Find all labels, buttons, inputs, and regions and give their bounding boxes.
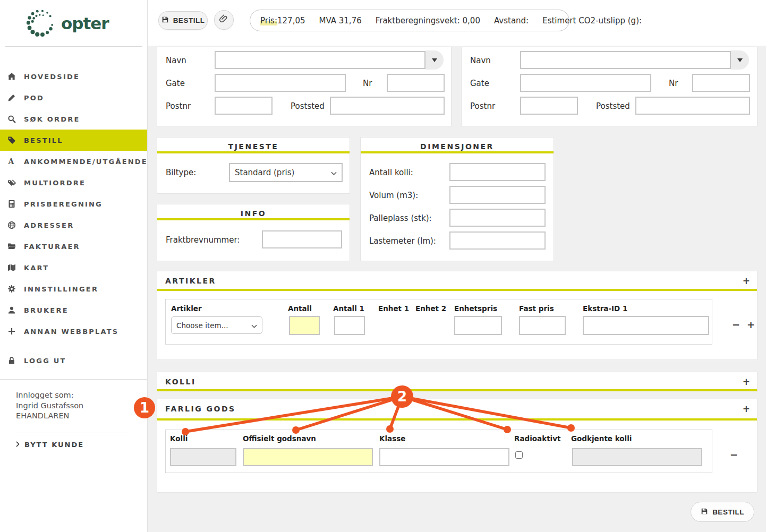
- sidebar-item-label: PRISBEREGNING: [24, 200, 103, 208]
- artikler-row-remove-button[interactable]: −: [732, 320, 740, 330]
- farlig-gods-section: FARLIG GODS + Kolli Offisielt godsnavn K…: [157, 399, 758, 493]
- farlig-gods-add-button[interactable]: +: [743, 404, 750, 414]
- sidebar-item-logg-ut[interactable]: LOGG UT: [0, 350, 147, 371]
- postnr-label: Postnr: [470, 101, 495, 111]
- fg-offisielt-godsnavn-input[interactable]: [243, 448, 373, 466]
- col-godkjente-kolli: Godkjente kolli: [571, 434, 632, 443]
- col-offisielt-godsnavn: Offisielt godsnavn: [243, 434, 316, 443]
- fraktbrevnummer-input[interactable]: [262, 230, 342, 248]
- poststed-label: Poststed: [596, 101, 630, 111]
- antall-kolli-input[interactable]: [449, 163, 546, 181]
- palleplass-input[interactable]: [449, 209, 546, 227]
- col-antall: Antall: [288, 304, 312, 313]
- info-card: INFO Fraktbrevnummer:: [157, 204, 350, 261]
- artikler-item-selected-value: Choose item...: [176, 321, 228, 330]
- sidebar-item-label: INNSTILLINGER: [24, 285, 98, 293]
- search-icon: [7, 114, 16, 124]
- kolli-section: KOLLI +: [157, 372, 758, 391]
- logged-in-user-name: Ingrid Gustafsson: [16, 401, 134, 411]
- summary-co2: Estimert CO2-utslipp (g):: [542, 16, 642, 25]
- from-gate-input[interactable]: [215, 74, 346, 92]
- col-radioaktivt: Radioaktivt: [514, 434, 561, 443]
- artikler-item-select[interactable]: Choose item...: [171, 316, 262, 334]
- farlig-gods-rule: [157, 418, 757, 421]
- gate-label: Gate: [166, 79, 185, 88]
- to-navn-input[interactable]: [520, 51, 731, 69]
- bestill-save-button-bottom[interactable]: BESTILL: [691, 502, 754, 522]
- sidebar-item-kart[interactable]: KART: [0, 257, 147, 278]
- sidebar-item-hovedside[interactable]: HOVEDSIDE: [0, 66, 147, 87]
- farlig-gods-row-remove-button[interactable]: −: [730, 450, 738, 460]
- sidebar-item-label: SØK ORDRE: [24, 115, 80, 123]
- palleplass-label: Palleplass (stk):: [369, 213, 432, 223]
- sidebar-item-bestill[interactable]: BESTILL: [0, 130, 147, 151]
- sidebar-item-ankommende-utgaende[interactable]: A ANKOMMENDE/UTGÅENDE: [0, 151, 147, 172]
- artikler-title: ARTIKLER: [165, 277, 216, 285]
- poststed-label: Poststed: [291, 101, 325, 111]
- from-navn-dropdown-button[interactable]: [425, 50, 444, 70]
- tjeneste-title: TJENESTE: [157, 138, 350, 153]
- dimensjoner-title: DIMENSJONER: [361, 138, 554, 153]
- artikler-row-add-button[interactable]: +: [747, 320, 755, 330]
- summary-pris: Pris:127,05: [260, 16, 305, 25]
- sidebar-item-brukere[interactable]: BRUKERE: [0, 299, 147, 321]
- lastemeter-input[interactable]: [449, 231, 546, 250]
- antall-input[interactable]: [289, 316, 320, 335]
- sidebar-item-label: FAKTURAER: [24, 243, 80, 251]
- artikler-add-button[interactable]: +: [743, 276, 750, 286]
- chevron-right-icon: [15, 441, 21, 449]
- to-postnr-input[interactable]: [520, 97, 578, 115]
- paperclip-icon: [219, 14, 229, 26]
- bestill-save-button-top[interactable]: BESTILL: [158, 11, 208, 30]
- bytt-kunde-button[interactable]: BYTT KUNDE: [15, 441, 147, 449]
- sidebar-item-annan-webbplats[interactable]: ANNAN WEBBPLATS: [0, 321, 147, 342]
- fraktbrevnummer-label: Fraktbrevnummer:: [166, 235, 240, 245]
- to-poststed-input[interactable]: [635, 97, 750, 115]
- attachment-button[interactable]: [214, 10, 234, 30]
- biltype-select[interactable]: Standard (pris): [229, 163, 343, 182]
- antall-1-input[interactable]: [334, 316, 365, 335]
- map-icon: [7, 263, 16, 272]
- col-antall-1: Antall 1: [333, 304, 364, 313]
- sidebar-item-pod[interactable]: POD: [0, 87, 147, 108]
- postnr-label: Postnr: [166, 101, 191, 111]
- kolli-add-button[interactable]: +: [743, 376, 750, 387]
- to-gate-input[interactable]: [520, 74, 651, 92]
- pris-label: Pris:: [260, 16, 277, 25]
- enhetspris-input[interactable]: [454, 316, 502, 335]
- navn-label: Navn: [166, 56, 186, 65]
- to-navn-dropdown-button[interactable]: [731, 50, 749, 70]
- chevron-down-icon: [331, 168, 337, 177]
- from-poststed-input[interactable]: [330, 97, 445, 115]
- col-enhet-1: Enhet 1: [378, 304, 409, 313]
- volum-input[interactable]: [449, 186, 546, 204]
- sidebar-item-sok-ordre[interactable]: SØK ORDRE: [0, 108, 147, 130]
- pris-value: 127,05: [277, 16, 305, 25]
- farlig-gods-row: Kolli Offisielt godsnavn Klasse Radioakt…: [165, 430, 712, 473]
- fast-pris-input[interactable]: [519, 316, 566, 335]
- col-klasse: Klasse: [379, 434, 405, 443]
- sidebar-item-innstillinger[interactable]: INNSTILLINGER: [0, 278, 147, 299]
- navn-label: Navn: [470, 56, 491, 65]
- fg-radioaktivt-checkbox[interactable]: [515, 451, 523, 459]
- sidebar-item-multiordre[interactable]: MULTIORDRE: [0, 172, 147, 193]
- ekstra-id-1-input[interactable]: [583, 316, 709, 335]
- sidebar-item-fakturaer[interactable]: FAKTURAER: [0, 236, 147, 257]
- fg-klasse-input[interactable]: [379, 448, 509, 466]
- sidebar-item-prisberegning[interactable]: PRISBEREGNING: [0, 193, 147, 214]
- summary-avstand: Avstand:: [494, 16, 529, 25]
- globe-icon: [7, 220, 16, 230]
- nr-label: Nr: [669, 79, 678, 88]
- to-nr-input[interactable]: [692, 74, 750, 92]
- plus-icon: [7, 327, 16, 336]
- from-postnr-input[interactable]: [215, 97, 273, 115]
- sidebar-item-label: BESTILL: [24, 136, 63, 144]
- caret-down-icon: [737, 58, 743, 62]
- from-nr-input[interactable]: [387, 74, 445, 92]
- opter-logo[interactable]: opter: [5, 0, 142, 47]
- artikler-row: Artikler Antall Antall 1 Enhet 1 Enhet 2…: [165, 299, 712, 345]
- sidebar-item-adresser[interactable]: ADRESSER: [0, 214, 147, 236]
- sidebar-item-label: ANKOMMENDE/UTGÅENDE: [24, 158, 148, 166]
- col-kolli: Kolli: [170, 434, 188, 443]
- from-navn-input[interactable]: [215, 51, 425, 69]
